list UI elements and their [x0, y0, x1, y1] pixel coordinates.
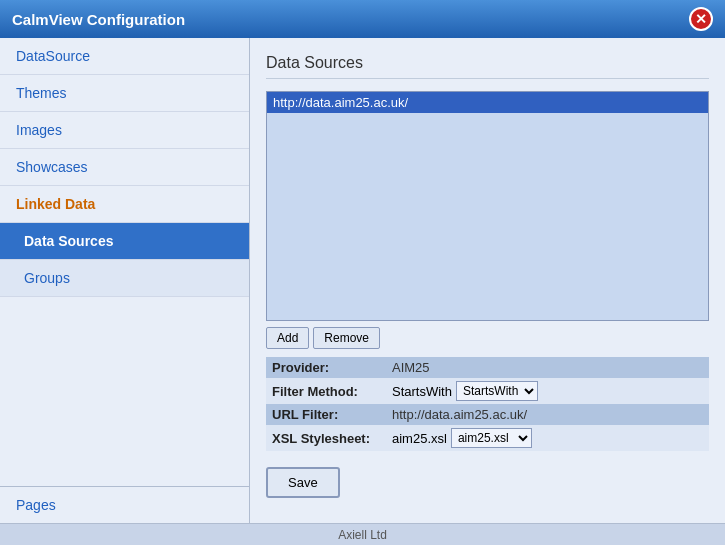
xsl-stylesheet-label: XSL Stylesheet: [266, 425, 386, 451]
sidebar-section-linked-data: Linked Data [0, 186, 249, 223]
sidebar-item-images[interactable]: Images [0, 112, 249, 149]
close-button[interactable]: ✕ [689, 7, 713, 31]
remove-button[interactable]: Remove [313, 327, 380, 349]
app-title: CalmView Configuration [12, 11, 185, 28]
form-row-filter-method: Filter Method: StartsWith StartsWith Con… [266, 378, 709, 404]
list-actions: Add Remove [266, 327, 709, 349]
form-table: Provider: Filter Method: StartsWith Star… [266, 357, 709, 451]
footer-text: Axiell Ltd [338, 528, 387, 542]
sidebar-item-showcases[interactable]: Showcases [0, 149, 249, 186]
xsl-stylesheet-wrapper: aim25.xsl aim25.xsl default.xsl [392, 428, 703, 448]
add-button[interactable]: Add [266, 327, 309, 349]
filter-method-wrapper: StartsWith StartsWith Contains EndsWith [392, 381, 703, 401]
form-row-provider: Provider: [266, 357, 709, 378]
filter-method-label: Filter Method: [266, 378, 386, 404]
sidebar-item-pages[interactable]: Pages [0, 486, 249, 523]
sidebar-spacer [0, 297, 249, 486]
url-filter-input[interactable] [392, 407, 703, 422]
sidebar-item-data-sources[interactable]: Data Sources [0, 223, 249, 260]
save-button[interactable]: Save [266, 467, 340, 498]
xsl-stylesheet-select[interactable]: aim25.xsl default.xsl [451, 428, 532, 448]
provider-input[interactable] [392, 360, 703, 375]
form-row-xsl-stylesheet: XSL Stylesheet: aim25.xsl aim25.xsl defa… [266, 425, 709, 451]
content-title: Data Sources [266, 54, 709, 79]
url-filter-value-cell [386, 404, 709, 425]
content-inner: http://data.aim25.ac.uk/ Add Remove Prov… [266, 91, 709, 507]
filter-method-text: StartsWith [392, 384, 452, 399]
xsl-stylesheet-text: aim25.xsl [392, 431, 447, 446]
sidebar: DataSource Themes Images Showcases Linke… [0, 38, 250, 523]
sidebar-item-themes[interactable]: Themes [0, 75, 249, 112]
filter-method-select[interactable]: StartsWith Contains EndsWith [456, 381, 538, 401]
form-row-url-filter: URL Filter: [266, 404, 709, 425]
provider-label: Provider: [266, 357, 386, 378]
data-sources-list[interactable]: http://data.aim25.ac.uk/ [266, 91, 709, 321]
title-bar: CalmView Configuration ✕ [0, 0, 725, 38]
sidebar-item-datasource[interactable]: DataSource [0, 38, 249, 75]
main-layout: DataSource Themes Images Showcases Linke… [0, 38, 725, 523]
list-item[interactable]: http://data.aim25.ac.uk/ [267, 92, 708, 113]
sidebar-item-groups[interactable]: Groups [0, 260, 249, 297]
filter-method-value-cell: StartsWith StartsWith Contains EndsWith [386, 378, 709, 404]
xsl-stylesheet-value-cell: aim25.xsl aim25.xsl default.xsl [386, 425, 709, 451]
provider-value-cell [386, 357, 709, 378]
content-area: Data Sources http://data.aim25.ac.uk/ Ad… [250, 38, 725, 523]
footer: Axiell Ltd [0, 523, 725, 545]
url-filter-label: URL Filter: [266, 404, 386, 425]
